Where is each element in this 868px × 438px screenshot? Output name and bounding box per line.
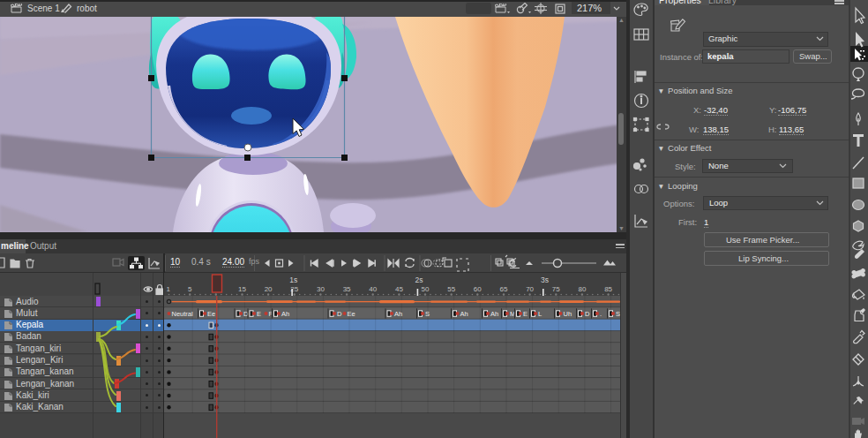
svg-text:20: 20 xyxy=(265,285,273,293)
svg-text:.: . xyxy=(600,310,602,318)
svg-text:1: 1 xyxy=(167,285,171,293)
svg-text:Ah: Ah xyxy=(281,310,289,318)
svg-text:35: 35 xyxy=(343,285,351,293)
svg-text:D: D xyxy=(337,310,342,318)
svg-text:60: 60 xyxy=(474,285,482,293)
svg-text:E: E xyxy=(523,310,528,318)
svg-text:Neutral: Neutral xyxy=(172,310,194,318)
svg-text:Uh: Uh xyxy=(564,310,572,318)
svg-text:75: 75 xyxy=(552,285,560,293)
svg-text:55: 55 xyxy=(447,285,455,293)
svg-text:30: 30 xyxy=(317,285,325,293)
svg-text:Ee: Ee xyxy=(348,310,355,318)
svg-text:Ee: Ee xyxy=(207,310,215,318)
svg-text:S: S xyxy=(616,310,620,318)
svg-text:65: 65 xyxy=(500,285,508,293)
svg-text:3s: 3s xyxy=(541,276,549,284)
svg-text:S: S xyxy=(425,310,430,318)
svg-text:L: L xyxy=(538,310,542,318)
svg-text:Ah: Ah xyxy=(490,310,498,318)
svg-text:E: E xyxy=(257,310,261,318)
svg-text:80: 80 xyxy=(578,285,586,293)
svg-text:2s: 2s xyxy=(415,276,423,284)
svg-text:D: D xyxy=(585,310,590,318)
svg-text:Ah: Ah xyxy=(394,310,402,318)
svg-text:40: 40 xyxy=(369,285,377,293)
svg-text:85: 85 xyxy=(604,285,612,293)
svg-text:5: 5 xyxy=(188,285,192,293)
svg-text:70: 70 xyxy=(526,285,534,293)
svg-text:1s: 1s xyxy=(289,276,297,284)
svg-text:15: 15 xyxy=(238,285,246,293)
svg-text:Ah: Ah xyxy=(460,310,468,318)
svg-text:45: 45 xyxy=(395,285,403,293)
svg-text:50: 50 xyxy=(422,285,430,293)
